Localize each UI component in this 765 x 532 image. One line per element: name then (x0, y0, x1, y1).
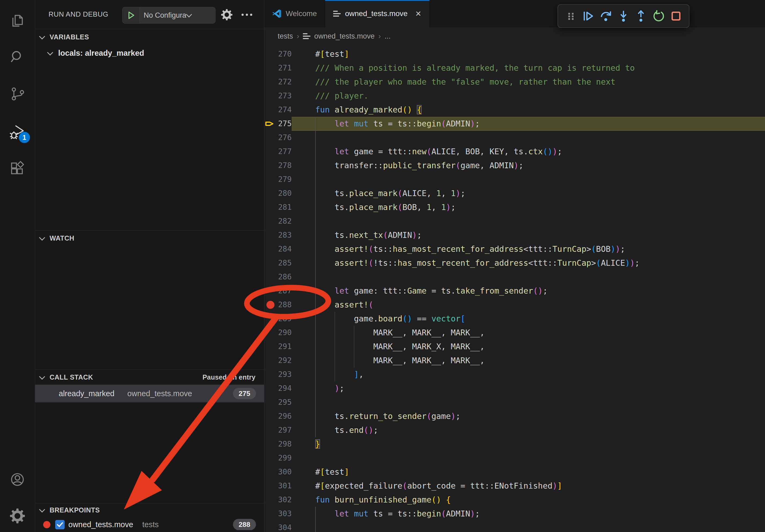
source-control-icon[interactable] (0, 82, 35, 106)
code-line-text[interactable]: #[test] (292, 465, 765, 479)
watch-section-header[interactable]: WATCH (35, 230, 264, 246)
code-line[interactable]: 277 let game = ttt::new(ALICE, BOB, KEY,… (264, 145, 765, 158)
launch-config-dropdown[interactable]: No Configura (122, 7, 216, 24)
breakpoint-margin[interactable] (264, 242, 277, 256)
code-line[interactable]: 283 ts.next_tx(ADMIN); (264, 228, 765, 242)
code-line[interactable]: 292 MARK__, MARK__, MARK__, (264, 354, 765, 368)
breakpoint-margin[interactable] (264, 284, 277, 298)
more-actions-icon[interactable] (239, 9, 254, 21)
variables-scope-locals[interactable]: locals: already_marked (35, 46, 264, 60)
code-line-text[interactable]: #[test] (292, 47, 765, 61)
code-line[interactable]: 284 assert!(ts::has_most_recent_for_addr… (264, 242, 765, 256)
breakpoint-margin[interactable] (264, 89, 277, 103)
code-line[interactable]: 272/// the player who made the "false" m… (264, 75, 765, 89)
code-line-text[interactable]: ], (292, 368, 765, 382)
breakpoint-margin[interactable] (264, 479, 277, 493)
code-line-text[interactable]: ts.place_mark(BOB, 1, 1); (292, 200, 765, 214)
restart-icon[interactable] (652, 10, 665, 23)
code-line[interactable]: 304 (264, 521, 765, 532)
code-line-text[interactable]: let game = ttt::new(ALICE, BOB, KEY, ts.… (292, 145, 765, 158)
breakpoint-margin[interactable] (264, 437, 277, 451)
code-line-text[interactable]: assert!( (292, 298, 765, 312)
breakpoint-margin[interactable] (264, 75, 277, 89)
code-line[interactable]: 299 (264, 451, 765, 465)
breakpoint-margin[interactable] (264, 521, 277, 532)
breakpoint-margin[interactable] (264, 256, 277, 270)
code-line-text[interactable] (292, 214, 765, 228)
step-out-icon[interactable] (634, 10, 647, 23)
code-line-text[interactable] (292, 270, 765, 284)
code-line[interactable]: 270#[test] (264, 47, 765, 61)
code-line[interactable]: 288 assert!( (264, 298, 765, 312)
code-line[interactable]: 286 (264, 270, 765, 284)
breakpoint-margin[interactable] (264, 451, 277, 465)
breakpoint-margin[interactable] (264, 507, 277, 521)
breakpoint-margin[interactable] (264, 409, 277, 423)
code-line-text[interactable]: assert!(!ts::has_most_recent_for_address… (292, 256, 765, 270)
explorer-icon[interactable] (0, 9, 35, 33)
code-line-text[interactable]: MARK__, MARK__, MARK__, (292, 354, 765, 368)
breakpoint-checkbox[interactable] (55, 520, 65, 529)
breadcrumb-item-tests[interactable]: tests (278, 32, 293, 40)
code-line[interactable]: 298} (264, 437, 765, 451)
code-line-text[interactable]: /// the player who made the "false" move… (292, 75, 765, 89)
code-line-text[interactable] (292, 172, 765, 186)
code-line-text[interactable]: game.board() == vector[ (292, 312, 765, 326)
code-line-text[interactable]: MARK__, MARK_X, MARK__, (292, 340, 765, 354)
stop-icon[interactable] (670, 10, 682, 23)
variables-section-header[interactable]: VARIABLES (35, 29, 264, 45)
code-line[interactable]: 297 ts.end(); (264, 423, 765, 437)
close-icon[interactable]: ✕ (415, 9, 421, 18)
run-and-debug-icon[interactable]: 1 (0, 120, 35, 143)
breakpoint-margin[interactable] (264, 465, 277, 479)
code-line[interactable]: 281 ts.place_mark(BOB, 1, 1); (264, 200, 765, 214)
code-line[interactable]: 278 transfer::public_transfer(game, ADMI… (264, 158, 765, 172)
debug-settings-gear-icon[interactable] (221, 9, 233, 21)
breakpoint-margin[interactable] (264, 103, 277, 117)
code-line-text[interactable]: } (292, 437, 765, 451)
breakpoints-section-header[interactable]: BREAKPOINTS (35, 503, 264, 517)
breakpoint-margin[interactable] (264, 131, 277, 145)
breakpoint-margin[interactable] (264, 493, 277, 507)
breakpoint-margin[interactable] (264, 61, 277, 75)
code-line[interactable]: 282 (264, 214, 765, 228)
code-line-text[interactable]: /// When a position is already marked, t… (292, 61, 765, 75)
code-line[interactable]: 274fun already_marked() { (264, 103, 765, 117)
call-stack-frame-row[interactable]: already_marked owned_tests.move 275 (35, 385, 264, 402)
code-line[interactable]: 279 (264, 172, 765, 186)
code-line-text[interactable]: fun already_marked() { (292, 103, 765, 117)
code-line-text[interactable]: transfer::public_transfer(game, ADMIN); (292, 158, 765, 172)
breakpoint-margin[interactable] (264, 214, 277, 228)
code-line-text[interactable]: assert!(ts::has_most_recent_for_address<… (292, 242, 765, 256)
breakpoint-margin[interactable] (264, 200, 277, 214)
code-line[interactable]: 273/// player. (264, 89, 765, 103)
account-icon[interactable] (0, 468, 35, 491)
code-line[interactable]: 293 ], (264, 368, 765, 382)
code-line[interactable]: 296 ts.return_to_sender(game); (264, 409, 765, 423)
code-line-text[interactable] (292, 396, 765, 409)
code-line-text[interactable]: ); (292, 382, 765, 396)
settings-gear-icon[interactable] (0, 504, 35, 528)
breakpoint-margin[interactable] (264, 423, 277, 437)
breakpoint-margin[interactable] (264, 354, 277, 368)
breakpoint-dot[interactable] (267, 301, 275, 309)
breakpoint-margin[interactable] (264, 117, 277, 131)
step-over-icon[interactable] (600, 10, 612, 23)
code-line[interactable]: 290 MARK__, MARK__, MARK__, (264, 326, 765, 340)
breakpoint-margin[interactable] (264, 172, 277, 186)
call-stack-section-header[interactable]: CALL STACK Paused on entry (35, 370, 264, 385)
continue-icon[interactable] (582, 10, 595, 23)
code-line-text[interactable]: ts.end(); (292, 423, 765, 437)
breadcrumb-item-symbol[interactable]: ... (384, 32, 391, 40)
breakpoint-margin[interactable] (264, 326, 277, 340)
tab-welcome[interactable]: Welcome (264, 0, 325, 27)
drag-handle-icon[interactable] (564, 10, 577, 23)
code-line-text[interactable] (292, 521, 765, 532)
code-line[interactable]: 285 assert!(!ts::has_most_recent_for_add… (264, 256, 765, 270)
code-line[interactable]: 302fun burn_unfinished_game() { (264, 493, 765, 507)
code-line-text[interactable]: /// player. (292, 89, 765, 103)
code-line-text[interactable]: ts.place_mark(ALICE, 1, 1); (292, 186, 765, 200)
code-line[interactable]: 301#[expected_failure(abort_code = ttt::… (264, 479, 765, 493)
code-line-text[interactable]: ts.return_to_sender(game); (292, 409, 765, 423)
code-line[interactable]: 276 (264, 131, 765, 145)
